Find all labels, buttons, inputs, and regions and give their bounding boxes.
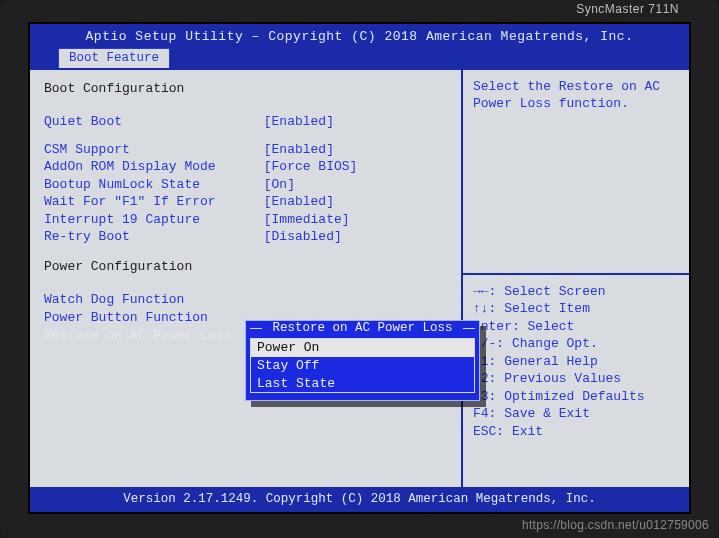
help-key: →←: Select Screen (473, 283, 679, 301)
row-label: Power Button Function (44, 309, 264, 327)
help-key: ↑↓: Select Item (473, 300, 679, 318)
popup-item-last-state[interactable]: Last State (251, 375, 474, 393)
help-description: Select the Restore on AC Power Loss func… (463, 70, 689, 275)
popup-restore-ac: Restore on AC Power Loss Power On Stay O… (245, 320, 480, 402)
section-power-config: Power Configuration (44, 258, 451, 276)
row-watchdog[interactable]: Watch Dog Function (44, 291, 451, 309)
row-value: [Force BIOS] (264, 158, 451, 176)
section-boot-config: Boot Configuration (44, 80, 451, 98)
help-key: F3: Optimized Defaults (473, 388, 679, 406)
row-value (264, 291, 451, 309)
row-label: Bootup NumLock State (44, 176, 264, 194)
main-area: Boot Configuration Quiet Boot [Enabled] … (30, 68, 689, 488)
row-numlock[interactable]: Bootup NumLock State [On] (44, 176, 451, 194)
help-key: +/-: Change Opt. (473, 335, 679, 353)
monitor-bezel: SyncMaster 711N Aptio Setup Utility – Co… (0, 0, 719, 538)
monitor-brand: SyncMaster 711N (576, 2, 679, 16)
row-value: [On] (264, 176, 451, 194)
help-key: F4: Save & Exit (473, 405, 679, 423)
bios-footer: Version 2.17.1249. Copyright (C) 2018 Am… (30, 487, 689, 512)
popup-item-stay-off[interactable]: Stay Off (251, 357, 474, 375)
row-value: [Enabled] (264, 141, 451, 159)
tab-boot-feature[interactable]: Boot Feature (58, 48, 170, 68)
row-label: CSM Support (44, 141, 264, 159)
row-value: [Enabled] (264, 193, 451, 211)
row-value: [Immediate] (264, 211, 451, 229)
help-key: F2: Previous Values (473, 370, 679, 388)
help-key: F1: General Help (473, 353, 679, 371)
help-key: Enter: Select (473, 318, 679, 336)
row-label: Re-try Boot (44, 228, 264, 246)
row-wait-f1[interactable]: Wait For "F1" If Error [Enabled] (44, 193, 451, 211)
row-addon-rom[interactable]: AddOn ROM Display Mode [Force BIOS] (44, 158, 451, 176)
bios-header: Aptio Setup Utility – Copyright (C) 2018… (30, 24, 689, 48)
watermark: https://blog.csdn.net/u012759006 (522, 518, 709, 532)
row-label: Watch Dog Function (44, 291, 264, 309)
popup-item-power-on[interactable]: Power On (251, 339, 474, 357)
popup-title: Restore on AC Power Loss (246, 320, 479, 337)
row-value: [Enabled] (264, 113, 451, 131)
popup-inner: Power On Stay Off Last State (250, 338, 475, 393)
row-retry-boot[interactable]: Re-try Boot [Disabled] (44, 228, 451, 246)
right-pane: Select the Restore on AC Power Loss func… (463, 70, 689, 488)
row-label: AddOn ROM Display Mode (44, 158, 264, 176)
row-label: Restore on AC Power Loss (44, 327, 264, 345)
help-key: ESC: Exit (473, 423, 679, 441)
bios-screen: Aptio Setup Utility – Copyright (C) 2018… (28, 22, 691, 514)
row-int19[interactable]: Interrupt 19 Capture [Immediate] (44, 211, 451, 229)
tab-bar: Boot Feature (30, 48, 689, 68)
row-csm-support[interactable]: CSM Support [Enabled] (44, 141, 451, 159)
row-quiet-boot[interactable]: Quiet Boot [Enabled] (44, 113, 451, 131)
left-pane: Boot Configuration Quiet Boot [Enabled] … (30, 70, 463, 488)
row-label: Interrupt 19 Capture (44, 211, 264, 229)
row-label: Quiet Boot (44, 113, 264, 131)
row-value: [Disabled] (264, 228, 451, 246)
help-keys: →←: Select Screen ↑↓: Select Item Enter:… (463, 275, 689, 488)
row-label: Wait For "F1" If Error (44, 193, 264, 211)
